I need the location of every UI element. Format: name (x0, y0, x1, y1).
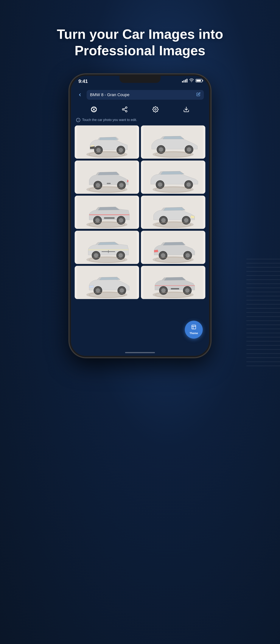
wifi-icon (189, 78, 194, 83)
svg-point-75 (120, 288, 124, 293)
photo-cell-2[interactable] (141, 126, 205, 159)
back-button[interactable] (76, 91, 84, 98)
svg-line-7 (124, 108, 126, 109)
status-icons (182, 78, 202, 83)
svg-point-13 (96, 148, 101, 152)
headline-line1: Turn your Car Images into (57, 27, 223, 42)
info-bar: i Touch the car photo you want to edit. (71, 117, 209, 126)
svg-rect-84 (171, 288, 179, 289)
svg-point-42 (96, 218, 100, 222)
photo-cell-3[interactable] (75, 160, 139, 194)
theme-fab-label: Theme (190, 332, 198, 335)
svg-point-2 (93, 108, 95, 110)
svg-point-60 (118, 253, 123, 258)
svg-point-51 (161, 218, 166, 222)
theme-fab[interactable]: Theme (185, 321, 203, 338)
nav-header: BMW 8 - Gran Coupe (71, 86, 209, 103)
svg-rect-45 (89, 214, 130, 215)
svg-point-15 (119, 148, 123, 152)
photo-cell-7[interactable] (75, 231, 139, 264)
svg-point-35 (158, 182, 162, 187)
svg-point-66 (161, 253, 166, 258)
settings-button[interactable] (151, 104, 160, 114)
svg-point-20 (159, 147, 163, 152)
notch (120, 76, 160, 83)
status-time: 9:41 (78, 78, 88, 84)
photo-cell-10[interactable] (141, 266, 205, 299)
svg-point-73 (96, 288, 100, 293)
preview-button[interactable] (89, 104, 99, 114)
svg-point-80 (161, 288, 166, 293)
svg-point-0 (191, 82, 192, 82)
signal-icon (182, 79, 188, 82)
download-button[interactable] (182, 104, 191, 114)
photo-cell-1[interactable] (75, 126, 139, 159)
headline-line2: Professional Images (75, 43, 205, 58)
phone-screen: 9:41 (71, 76, 209, 356)
toolbar (71, 103, 209, 117)
info-icon: i (76, 118, 80, 122)
photo-cell-8[interactable] (141, 231, 205, 264)
photo-cell-5[interactable] (75, 196, 139, 229)
photo-cell-9[interactable] (75, 266, 139, 299)
svg-point-44 (119, 218, 124, 222)
battery-icon (196, 79, 202, 82)
title-bar: BMW 8 - Gran Coupe (86, 90, 204, 100)
phone-frame: 9:41 (69, 74, 211, 358)
headline: Turn your Car Images into Professional I… (57, 26, 223, 59)
share-button[interactable] (120, 104, 130, 114)
photo-grid (71, 126, 209, 299)
theme-icon (191, 324, 196, 331)
svg-rect-46 (104, 217, 114, 219)
svg-point-27 (96, 183, 100, 188)
svg-point-53 (184, 218, 188, 222)
photo-cell-4[interactable] (141, 160, 205, 194)
svg-point-8 (154, 108, 156, 110)
car-title: BMW 8 - Gran Coupe (90, 92, 130, 97)
svg-point-82 (185, 288, 190, 293)
phone-mockup: 9:41 (69, 74, 211, 578)
svg-rect-86 (192, 325, 196, 329)
svg-point-37 (186, 182, 191, 187)
svg-point-22 (187, 147, 191, 152)
svg-rect-30 (107, 183, 111, 184)
svg-point-29 (119, 183, 124, 188)
edit-icon[interactable] (196, 92, 200, 98)
svg-rect-83 (155, 285, 195, 286)
photo-cell-6[interactable] (141, 196, 205, 229)
home-indicator (125, 352, 155, 353)
svg-line-6 (124, 110, 126, 111)
svg-point-68 (186, 253, 190, 258)
svg-point-58 (94, 253, 98, 258)
app-content: BMW 8 - Gran Coupe (71, 86, 209, 356)
info-message: Touch the car photo you want to edit. (82, 118, 137, 122)
